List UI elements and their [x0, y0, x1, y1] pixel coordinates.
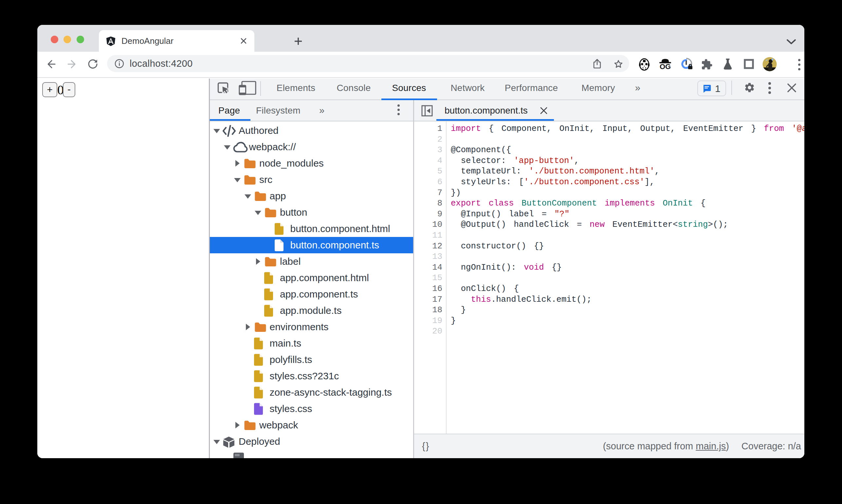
svg-text:OG: OG	[660, 62, 671, 70]
